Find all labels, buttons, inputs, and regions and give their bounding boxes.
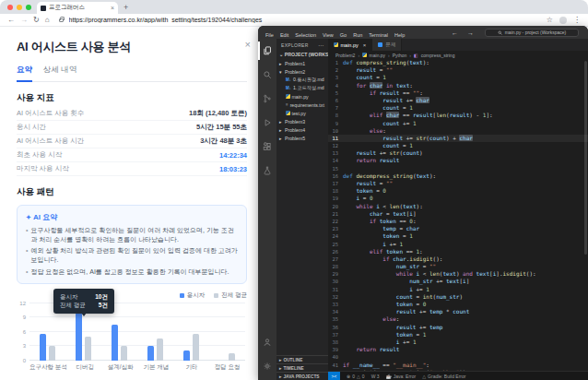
breadcrumb[interactable]: Problem2›main.py›Python›◧compress_string: [328, 51, 588, 59]
menu-file[interactable]: File: [265, 32, 274, 38]
tree-item-1md[interactable]: M↓1.코드작성.md: [276, 84, 328, 92]
x-category-label: 기본 개념: [138, 363, 174, 372]
explorer-icon[interactable]: [258, 42, 276, 59]
section-java-projects[interactable]: ▸JAVA PROJECTS: [276, 372, 328, 380]
tab-close-icon[interactable]: ×: [363, 42, 367, 48]
tree-item-Problem4[interactable]: ▸Problem4: [276, 125, 328, 134]
code-text: def decompress_string(text):: [343, 172, 436, 180]
bar-응시자[interactable]: [40, 334, 46, 360]
window-zoom-button[interactable]: [26, 5, 31, 10]
settings-icon[interactable]: [258, 358, 276, 374]
modal-close-icon[interactable]: ×: [245, 39, 251, 50]
line-number: 41: [328, 362, 343, 369]
bar-응시자[interactable]: [147, 346, 154, 361]
code-editor[interactable]: 1def compress_string(text):2 result = ""…: [328, 59, 588, 371]
back-icon[interactable]: ←: [7, 17, 15, 24]
browser-address-bar: ← → ↻ ⌂ https://programmers.co.kr/app/wi…: [0, 14, 588, 27]
bullet-icon: •: [26, 246, 28, 265]
vscode-window: FileEditSelectionViewGoRunTerminalHelp ←…: [258, 26, 588, 380]
browser-menu-icon[interactable]: ⋮: [573, 17, 581, 24]
window-close-button[interactable]: [7, 5, 13, 10]
menu-terminal[interactable]: Terminal: [369, 32, 388, 38]
sparkle-icon: ✦: [26, 214, 31, 220]
source-control-icon[interactable]: [258, 90, 276, 107]
tree-item-requirementstxt[interactable]: ≡requirements.txt: [276, 101, 328, 109]
run-debug-icon[interactable]: [258, 114, 276, 131]
metric-label: AI 어시스트 사용 횟수: [17, 109, 84, 118]
bullet-text: 요구사항을 세부적으로 확인하는 질문이 여러 차례 있었으며, 기능 조건과 …: [30, 226, 238, 244]
tab-close-icon[interactable]: ×: [111, 5, 114, 11]
menu-view[interactable]: View: [323, 32, 334, 38]
bar-응시자[interactable]: [76, 313, 82, 361]
tree-item-Problem3[interactable]: ▸Problem3: [276, 117, 328, 125]
bar-응시자[interactable]: [112, 325, 118, 361]
code-text: def compress_string(text):: [343, 59, 429, 66]
gradle-status[interactable]: △ Gradle: Build Error: [422, 374, 465, 379]
menu-help[interactable]: Help: [394, 32, 405, 38]
testing-icon[interactable]: [258, 162, 276, 179]
tree-item-Problem2[interactable]: ▾Problem2: [276, 67, 328, 76]
line-number: 34: [328, 308, 343, 315]
metric-row: AI 어시스트 사용 횟수18회 (12,480 토큰): [17, 107, 247, 121]
tree-item-testpy[interactable]: test.py: [276, 109, 328, 117]
tree-item-mainpy[interactable]: main.py: [276, 92, 328, 101]
home-icon[interactable]: ⌂: [45, 17, 50, 24]
menu-edit[interactable]: Edit: [280, 32, 288, 38]
chevron-right-icon: ▸: [279, 119, 283, 125]
menu-go[interactable]: Go: [340, 32, 347, 38]
browser-tab[interactable]: 프로그래머스 ×: [37, 2, 118, 14]
tree-item-0md[interactable]: M↓0.응시환경.md: [276, 76, 328, 84]
code-line: 12 count = 1: [328, 142, 588, 149]
history-nav-arrows[interactable]: ← →: [452, 30, 477, 36]
reload-icon[interactable]: ↻: [33, 17, 40, 24]
code-line: 8 elif char == result[len(result) - 1]:: [328, 112, 588, 119]
section-outline[interactable]: ▸OUTLINE: [276, 355, 328, 363]
java-status[interactable]: ☕ Java: Error: [386, 374, 417, 379]
symbol-method-icon: ◧: [414, 53, 418, 58]
search-icon[interactable]: [258, 66, 276, 83]
explorer-more-icon[interactable]: ⋯: [318, 42, 323, 48]
code-text: return result: [343, 346, 399, 353]
code-line: 37 token = 1: [328, 331, 588, 338]
bullet-text: 예외 상황 처리 방식과 관련된 확인 질문이 있어 입력 검증에 대한 고려가…: [30, 246, 238, 265]
line-number: 12: [328, 142, 343, 149]
chart-x-labels: 요구사항 분석디버깅설계/심화기본 개념기타정답 요청: [29, 363, 245, 372]
legend-item[interactable]: 응시자: [180, 291, 206, 300]
tree-item-Problem1[interactable]: ▸Problem1: [276, 59, 328, 67]
bar-전체 평균[interactable]: [49, 346, 55, 361]
url-text[interactable]: https://programmers.co.kr/app/with_setti…: [69, 17, 541, 23]
menu-run[interactable]: Run: [353, 32, 362, 38]
legend-item[interactable]: 전체 평균: [214, 291, 247, 300]
window-minimize-button[interactable]: [17, 5, 22, 10]
misc-status[interactable]: W 3: [371, 374, 380, 379]
remote-indicator[interactable]: ><: [328, 372, 340, 380]
tab-summary[interactable]: 요약: [17, 65, 32, 82]
tree-item-Problem5[interactable]: ▸Problem5: [276, 134, 328, 142]
bookmark-star-icon[interactable]: ☆: [547, 17, 553, 24]
command-center-search[interactable]: main.py - project (Workspace): [485, 29, 579, 37]
bar-group: [209, 303, 245, 361]
legend-label: 응시자: [187, 291, 206, 300]
problems-status[interactable]: ⊗ 0 △ 0: [347, 374, 365, 379]
tab-detail[interactable]: 상세 내역: [43, 65, 76, 81]
bar-전체 평균[interactable]: [157, 338, 163, 360]
code-line: 10 else:: [328, 127, 588, 135]
code-text: token = 1: [343, 232, 413, 240]
favicon: [41, 6, 46, 11]
bar-전체 평균[interactable]: [229, 353, 235, 361]
profile-avatar[interactable]: [559, 17, 567, 24]
code-line: 9 count += 1: [328, 120, 588, 127]
bar-응시자[interactable]: [183, 350, 190, 360]
code-line: 6 result += char: [328, 97, 588, 104]
breadcrumb-item: main.py: [370, 53, 386, 58]
workspace-root[interactable]: ⌄ PROJECT (WORKSPACE): [276, 50, 328, 59]
bar-전체 평균[interactable]: [121, 346, 127, 361]
bar-전체 평균[interactable]: [193, 334, 199, 360]
menu-selection[interactable]: Selection: [295, 32, 316, 38]
bar-전체 평균[interactable]: [85, 337, 91, 361]
section-timeline[interactable]: ▸TIMELINE: [276, 363, 328, 372]
extensions-icon[interactable]: [258, 138, 276, 155]
forward-icon[interactable]: →: [20, 17, 28, 24]
account-icon[interactable]: [258, 334, 276, 350]
new-tab-button[interactable]: +: [123, 3, 128, 12]
